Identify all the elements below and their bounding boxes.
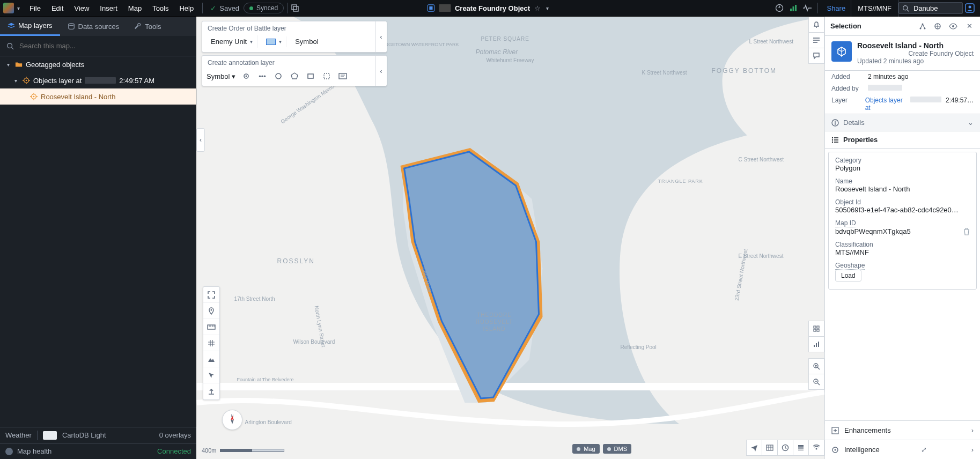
- menu-help[interactable]: Help: [174, 0, 199, 17]
- overlays-count[interactable]: 0 overlays: [159, 431, 191, 439]
- map-tool-stack: [203, 286, 220, 400]
- properties-tab[interactable]: Properties: [825, 131, 980, 149]
- title-caret[interactable]: ▾: [546, 5, 549, 11]
- toggle-dms[interactable]: DMS: [603, 444, 631, 454]
- share-button[interactable]: Share: [821, 4, 851, 12]
- duplicate-icon[interactable]: [291, 4, 299, 12]
- sync-status[interactable]: Synced: [244, 3, 284, 13]
- expand-icon[interactable]: ⤢: [921, 446, 927, 454]
- svg-point-16: [26, 80, 27, 82]
- toggle-mag[interactable]: Mag: [572, 444, 599, 454]
- chart-icon[interactable]: [808, 336, 824, 352]
- menu-view[interactable]: View: [69, 0, 94, 17]
- profile-icon[interactable]: [963, 1, 977, 15]
- terrain-button[interactable]: [203, 351, 219, 367]
- ruler-button[interactable]: [203, 319, 219, 335]
- compass-icon[interactable]: [772, 1, 786, 15]
- clock-icon[interactable]: [777, 440, 793, 456]
- focus-icon[interactable]: [934, 23, 945, 30]
- anno-symbol-dropdown[interactable]: Symbol ▾: [207, 72, 235, 80]
- circle-icon[interactable]: [273, 71, 284, 82]
- cursor-button[interactable]: [203, 367, 219, 383]
- trash-icon[interactable]: [963, 228, 970, 235]
- cube-icon: [427, 4, 434, 12]
- basemap-label[interactable]: CartoDB Light: [62, 431, 106, 439]
- eye-icon[interactable]: [949, 23, 960, 29]
- collapse-left-handle[interactable]: ‹: [196, 128, 205, 152]
- bell-icon[interactable]: [808, 17, 824, 33]
- oob-color-dropdown[interactable]: ▾: [262, 36, 286, 47]
- menu-tools[interactable]: Tools: [147, 0, 174, 17]
- kv-layer: Layer Objects layer at 2:49:57…: [825, 94, 980, 114]
- bars-icon[interactable]: [786, 1, 800, 15]
- details-section[interactable]: Details ⌄: [825, 114, 980, 131]
- zoom-in-button[interactable]: [808, 358, 824, 374]
- text-icon[interactable]: [337, 71, 348, 82]
- network-icon[interactable]: [919, 23, 930, 30]
- map-search[interactable]: [0, 36, 196, 56]
- chat-icon[interactable]: [808, 48, 824, 64]
- menu-insert[interactable]: Insert: [94, 0, 123, 17]
- close-icon[interactable]: ✕: [964, 22, 975, 30]
- menu-file[interactable]: File: [24, 0, 46, 17]
- polygon-icon[interactable]: [289, 71, 300, 82]
- table-icon[interactable]: [762, 440, 778, 456]
- bbox-icon[interactable]: [321, 71, 332, 82]
- menu-edit[interactable]: Edit: [46, 0, 69, 17]
- prop-oid-value: 505069f3-e1ef-47ac-ab82-cdc4c92e0…: [835, 206, 970, 214]
- basemap-thumb[interactable]: [43, 431, 57, 440]
- pulse-icon[interactable]: [800, 1, 814, 15]
- tab-tools[interactable]: Tools: [127, 17, 168, 36]
- sync-dot-icon: [249, 6, 253, 10]
- oob-unit-dropdown[interactable]: Enemy Unit ▾: [207, 35, 257, 48]
- intelligence-section[interactable]: Intelligence ⤢ ›: [825, 440, 980, 459]
- tree-layer-time: 2:49:57 AM: [119, 77, 154, 85]
- svg-line-9: [907, 9, 909, 11]
- fullscreen-button[interactable]: [203, 287, 219, 303]
- map-canvas[interactable]: Potomac River THEODORE ROOSEVELT ISLAND …: [196, 17, 824, 459]
- global-search[interactable]: [898, 2, 963, 14]
- layer-link[interactable]: Objects layer at: [865, 97, 906, 112]
- weather-label[interactable]: Weather: [5, 431, 32, 439]
- tree-root[interactable]: ▾ Geotagged objects: [0, 56, 196, 72]
- oob-collapse[interactable]: ‹: [375, 21, 387, 52]
- tab-map-layers[interactable]: Map layers: [0, 17, 60, 36]
- menu-map[interactable]: Map: [123, 0, 147, 17]
- enhancements-section[interactable]: Enhancements ›: [825, 420, 980, 440]
- chevron-down-icon[interactable]: ▾: [12, 78, 19, 84]
- global-search-input[interactable]: [912, 4, 955, 13]
- oob-symbol-label: Symbol: [295, 38, 318, 46]
- rect-icon[interactable]: [305, 71, 316, 82]
- tree-layer[interactable]: ▾ Objects layer at 2:49:57 AM: [0, 72, 196, 88]
- compass[interactable]: N: [222, 410, 242, 430]
- app-menu-caret[interactable]: ▾: [17, 5, 20, 11]
- oob-symbol-dropdown[interactable]: Symbol: [291, 35, 322, 48]
- svg-rect-0: [292, 5, 297, 10]
- plane-icon[interactable]: [746, 440, 762, 456]
- separator: [817, 3, 818, 13]
- pin-button[interactable]: [203, 303, 219, 319]
- load-button[interactable]: Load: [835, 270, 861, 282]
- more-icon[interactable]: •••: [257, 71, 268, 82]
- map-health-label[interactable]: Map health: [17, 447, 51, 455]
- map-right-rail-mid: [808, 321, 824, 352]
- map-right-rail: [808, 17, 824, 459]
- svg-line-55: [817, 367, 820, 369]
- app-icon[interactable]: [3, 3, 14, 13]
- broadcast-icon[interactable]: [808, 440, 824, 456]
- tree-item-selected[interactable]: Roosevelt Island - North: [0, 88, 196, 105]
- star-icon[interactable]: ☆: [534, 4, 541, 12]
- anno-collapse[interactable]: ‹: [375, 56, 387, 86]
- list-icon[interactable]: [808, 32, 824, 48]
- grid-button[interactable]: [203, 335, 219, 351]
- zoom-out-button[interactable]: [808, 374, 824, 390]
- oob-panel: Create Order of Battle layer Enemy Unit …: [202, 21, 387, 53]
- separator: [287, 3, 288, 13]
- stack-icon[interactable]: [793, 440, 809, 456]
- upload-button[interactable]: [203, 383, 219, 399]
- point-icon[interactable]: [241, 71, 252, 82]
- map-search-input[interactable]: [18, 41, 189, 50]
- layers-icon[interactable]: [808, 321, 824, 337]
- chevron-down-icon[interactable]: ▾: [4, 62, 12, 68]
- tab-data-sources[interactable]: Data sources: [60, 17, 127, 36]
